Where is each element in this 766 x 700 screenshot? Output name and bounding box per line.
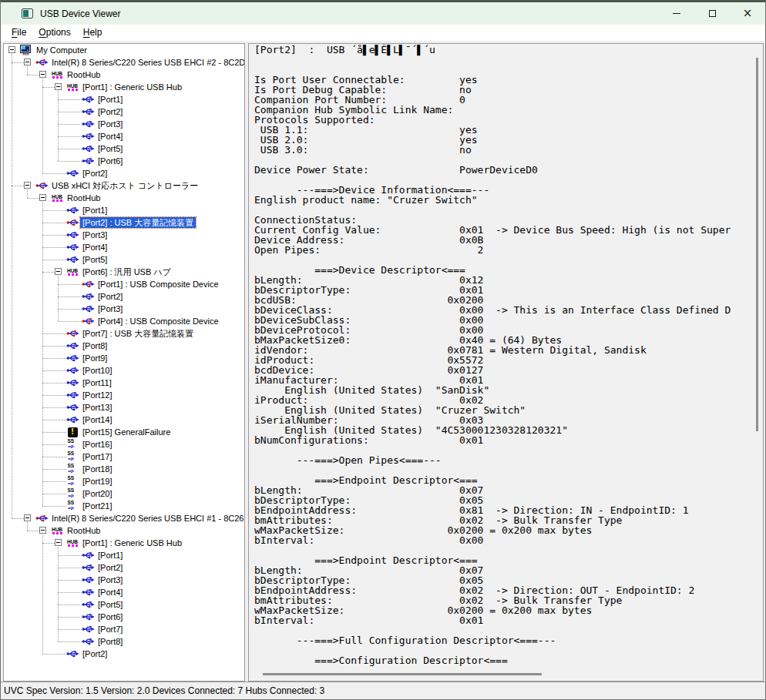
tree-item[interactable]: [Port13] — [4, 401, 244, 414]
menu-help[interactable]: Help — [77, 25, 109, 40]
tree-item[interactable]: [Port2] — [4, 290, 244, 303]
usb-device-icon — [66, 327, 79, 340]
tree-item[interactable]: HUBRootHub — [4, 192, 244, 204]
tree-item[interactable]: [Port4] — [4, 130, 244, 142]
tree-item[interactable]: SS[Port18] — [4, 463, 244, 475]
tree-item-label: RootHub — [65, 69, 102, 80]
tree-item[interactable]: [Port6] — [4, 155, 244, 167]
tree-item[interactable]: [Port14] — [4, 414, 244, 426]
expander-minus-icon[interactable] — [24, 182, 31, 189]
details-pane: [Port2] : USB ´å▌e▌Ê▌L▌¯´▌´u Is Port Use… — [248, 43, 764, 682]
tree-item-label: [Port2] — [96, 562, 125, 573]
maximize-button[interactable] — [694, 2, 730, 25]
tree-item[interactable]: [Port8] — [4, 340, 244, 352]
usb-port-icon — [66, 389, 79, 401]
menu-file[interactable]: File — [5, 25, 32, 40]
tree-item[interactable]: HUBRootHub — [4, 524, 244, 537]
tree-item[interactable]: [Port10] — [4, 364, 244, 377]
usb-port-icon — [81, 635, 95, 648]
minimize-icon — [673, 13, 680, 14]
superspeed-port-icon: SS — [66, 487, 79, 500]
tree-item[interactable]: [Port2] — [4, 167, 244, 179]
usb-port-icon — [81, 290, 95, 303]
hub-icon: HUB — [66, 537, 79, 549]
tree-item[interactable]: [Port7] — [4, 623, 244, 635]
window-controls: × — [659, 2, 765, 25]
usb-host-controller-icon — [35, 512, 49, 524]
tree-item[interactable]: [Port1] : USB Composite Device — [4, 278, 244, 290]
hub-icon: HUB — [66, 266, 79, 278]
tree-item-label: [Port9] — [80, 353, 109, 363]
expander-minus-icon[interactable] — [55, 539, 62, 546]
expander-minus-icon[interactable] — [39, 527, 46, 534]
minimize-button[interactable] — [659, 2, 694, 25]
vertical-scrollbar-thumb[interactable] — [756, 58, 758, 431]
tree-item[interactable]: [Port5] — [4, 253, 244, 266]
tree-item[interactable]: [Port12] — [4, 389, 244, 401]
tree-item-label: [Port15] GeneralFailure — [80, 427, 173, 437]
expander-minus-icon[interactable] — [55, 83, 62, 90]
tree-item[interactable]: SS[Port21] — [4, 500, 244, 512]
tree-item[interactable]: HUB[Port1] : Generic USB Hub — [4, 81, 244, 93]
usb-port-icon — [81, 549, 95, 561]
usb-port-icon — [66, 229, 79, 241]
usb-device-icon — [66, 216, 79, 229]
tree-item[interactable]: [Port4] : USB Composite Device — [4, 315, 244, 327]
tree-item[interactable]: SS[Port20] — [4, 487, 244, 500]
tree-item[interactable]: [Port1] — [4, 549, 244, 561]
device-tree: My ComputerIntel(R) 8 Series/C220 Series… — [4, 44, 244, 660]
tree-item[interactable]: [Port2] — [4, 106, 244, 118]
tree-item-label: [Port4] — [96, 131, 125, 142]
usb-port-icon — [66, 340, 79, 352]
expander-minus-icon[interactable] — [24, 59, 31, 65]
tree-item[interactable]: [Port3] — [4, 303, 244, 315]
tree-item[interactable]: [Port1] — [4, 93, 244, 106]
tree-item[interactable]: [Port6] — [4, 611, 244, 623]
tree-item[interactable]: HUB[Port6] : 汎用 USB ハブ — [4, 266, 244, 278]
expander-minus-icon[interactable] — [8, 46, 15, 53]
tree-item[interactable]: SS[Port19] — [4, 475, 244, 487]
tree-item[interactable]: HUB[Port1] : Generic USB Hub — [4, 537, 244, 549]
close-button[interactable]: × — [730, 2, 765, 25]
tree-item[interactable]: [Port5] — [4, 142, 244, 155]
tree-item[interactable]: My Computer — [4, 44, 244, 56]
tree-item[interactable]: HUBRootHub — [4, 69, 244, 81]
tree-item[interactable]: Intel(R) 8 Series/C220 Series USB EHCI #… — [4, 512, 244, 524]
menu-options[interactable]: Options — [32, 25, 76, 40]
expander-minus-icon[interactable] — [39, 71, 46, 78]
tree-item[interactable]: [Port2] — [4, 648, 244, 660]
tree-item[interactable]: [Port3] — [4, 229, 244, 241]
tree-item-label: [Port8] — [96, 636, 125, 647]
horizontal-scrollbar-thumb[interactable] — [263, 673, 542, 675]
tree-item[interactable]: [Port4] — [4, 241, 244, 253]
tree-item-label: [Port14] — [80, 414, 115, 425]
expander-minus-icon[interactable] — [39, 194, 46, 201]
tree-item-label: [Port8] — [80, 340, 109, 351]
tree-item[interactable]: [Port3] — [4, 574, 244, 586]
device-details-text[interactable]: [Port2] : USB ´å▌e▌Ê▌L▌¯´▌´u Is Port Use… — [254, 45, 746, 672]
tree-item[interactable]: [Port1] — [4, 204, 244, 216]
tree-item[interactable]: ![Port15] GeneralFailure — [4, 426, 244, 438]
tree-item[interactable]: [Port8] — [4, 635, 244, 648]
usb-port-icon — [66, 364, 79, 377]
tree-item[interactable]: [Port5] — [4, 598, 244, 611]
tree-item[interactable]: [Port2] — [4, 561, 244, 574]
tree-item[interactable]: [Port3] — [4, 118, 244, 130]
tree-item[interactable]: [Port9] — [4, 352, 244, 364]
tree-item[interactable]: [Port2] : USB 大容量記憶装置 — [4, 216, 244, 229]
tree-item[interactable]: Intel(R) 8 Series/C220 Series USB EHCI #… — [4, 56, 244, 69]
superspeed-port-icon: SS — [66, 438, 79, 450]
tree-item-label: [Port2] — [80, 648, 109, 659]
expander-minus-icon[interactable] — [55, 268, 62, 275]
tree-item[interactable]: USB xHCI 対応ホスト コントローラー — [4, 179, 244, 192]
tree-item-label: [Port7] — [96, 624, 125, 635]
usb-port-icon — [81, 611, 95, 623]
tree-item[interactable]: [Port7] : USB 大容量記憶装置 — [4, 327, 244, 340]
expander-minus-icon[interactable] — [24, 514, 31, 521]
tree-item[interactable]: [Port11] — [4, 377, 244, 389]
tree-item[interactable]: SS[Port16] — [4, 438, 244, 450]
tree-item-label: [Port5] — [80, 254, 109, 265]
tree-item[interactable]: [Port4] — [4, 586, 244, 598]
tree-item[interactable]: SS[Port17] — [4, 450, 244, 463]
tree-item-label: [Port1] — [96, 550, 125, 561]
